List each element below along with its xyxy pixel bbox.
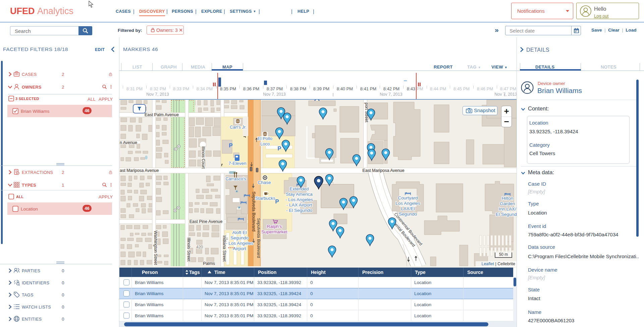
svg-text:Supermarket: Supermarket [261, 229, 287, 234]
svg-text:Carrasco's: Carrasco's [225, 176, 246, 181]
svg-text:El Segundo: El Segundo [496, 212, 517, 217]
svg-text:P: P [277, 145, 281, 152]
svg-text:P: P [229, 142, 232, 149]
svg-text:7-Eleven: 7-Eleven [228, 161, 246, 166]
svg-text:Aloft El: Aloft El [232, 230, 247, 235]
svg-text:East Palm Avenue: East Palm Avenue [145, 112, 179, 117]
svg-text:Extended: Extended [289, 186, 309, 191]
svg-text:Palms: Palms [203, 261, 215, 266]
svg-text:Courtyard: Courtyard [398, 195, 418, 200]
svg-text:Hilton: Hilton [502, 196, 514, 201]
svg-text:Washington Street: Washington Street [153, 231, 158, 265]
svg-text:El Pollo: El Pollo [258, 136, 272, 141]
svg-text:Segundo: Segundo [230, 235, 249, 240]
svg-text:Starbucks: Starbucks [255, 196, 275, 201]
svg-text:Ralph's: Ralph's [267, 224, 282, 229]
svg-text:ast Mariposa Avenue: ast Mariposa Avenue [120, 168, 159, 173]
svg-text:Loco: Loco [260, 141, 270, 146]
svg-text:Chase: Chase [258, 180, 271, 185]
svg-text:420: 420 [196, 245, 203, 249]
svg-text:East Pine Avenue: East Pine Avenue [190, 219, 223, 224]
svg-text:Stay America: Stay America [286, 192, 313, 197]
svg-text:Inn LAX/: Inn LAX/ [499, 206, 516, 212]
svg-text:East Mariposa Avenue: East Mariposa Avenue [363, 168, 405, 173]
svg-text:Airport: Airport [233, 246, 246, 251]
svg-text:Carl's Jr.: Carl's Jr. [230, 125, 247, 130]
svg-text:Sepulveda Boulevard: Sepulveda Boulevard [256, 218, 261, 258]
svg-text:Illinois Court: Illinois Court [201, 146, 206, 169]
svg-text:Segundo: Segundo [399, 212, 417, 217]
svg-text:n Avenue: n Avenue [120, 140, 137, 145]
svg-text:Illinois Street: Illinois Street [186, 237, 191, 262]
svg-text:P: P [275, 198, 279, 205]
svg-text:Garden: Garden [500, 201, 515, 206]
svg-text:- Los Angeles: - Los Angeles [285, 197, 313, 202]
svg-text:- El Segundo: - El Segundo [286, 208, 312, 213]
svg-text:- LAX Airport: - LAX Airport [286, 202, 312, 207]
svg-text:- Los Angeles: - Los Angeles [226, 241, 253, 246]
svg-text:Los Angeles: Los Angeles [395, 201, 420, 206]
svg-text:LAX/El: LAX/El [401, 206, 415, 211]
